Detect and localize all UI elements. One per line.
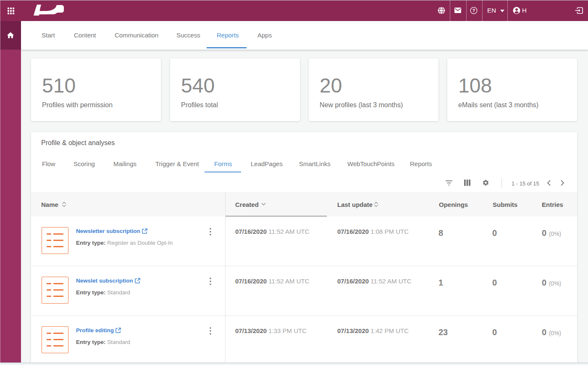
svg-text:?: ?	[472, 8, 475, 13]
